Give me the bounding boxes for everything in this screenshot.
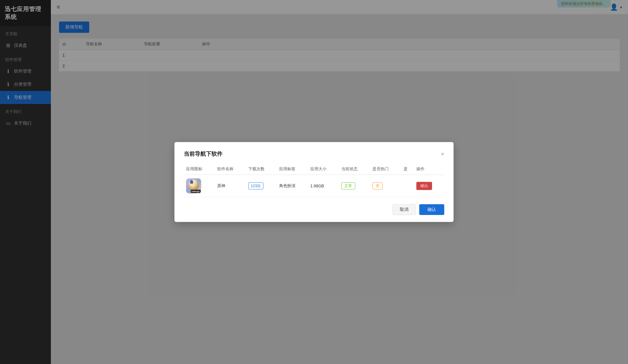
col-header-icon: 应用图标 bbox=[184, 164, 215, 175]
app-name-cell: 原神 bbox=[215, 175, 246, 197]
col-header-downloads: 下载次数 bbox=[246, 164, 277, 175]
app-icon-inner: nakogo bbox=[186, 178, 201, 193]
dialog-title: 当前导航下软件 bbox=[184, 150, 222, 158]
col-header-extra: 是 bbox=[401, 164, 414, 175]
col-header-size: 应用大小 bbox=[308, 164, 339, 175]
status-badge: 正常 bbox=[341, 182, 355, 189]
col-header-app-name: 软件名称 bbox=[215, 164, 246, 175]
dialog-header: 当前导航下软件 × bbox=[184, 150, 444, 158]
app-size: 1.98GB bbox=[310, 184, 324, 188]
extra-cell bbox=[401, 175, 414, 197]
size-cell: 1.98GB bbox=[308, 175, 339, 197]
dialog-table-header-row: 应用图标 软件名称 下载次数 应用标签 应用大小 当前状态 是否热门 是 操作 bbox=[184, 164, 444, 175]
app-name: 原神 bbox=[217, 183, 225, 188]
dialog-table-body: nakogo 原神 123次 角色扮演 bbox=[184, 175, 444, 197]
tags-cell: 角色扮演 bbox=[277, 175, 308, 197]
dialog-table-wrap: 应用图标 软件名称 下载次数 应用标签 应用大小 当前状态 是否热门 是 操作 bbox=[184, 164, 444, 197]
action-cell: 移出 bbox=[414, 175, 444, 197]
col-header-tags: 应用标签 bbox=[277, 164, 308, 175]
col-header-hot: 是否热门 bbox=[370, 164, 401, 175]
status-cell: 正常 bbox=[339, 175, 370, 197]
dialog-table: 应用图标 软件名称 下载次数 应用标签 应用大小 当前状态 是否热门 是 操作 bbox=[184, 164, 444, 197]
remove-button[interactable]: 移出 bbox=[416, 182, 432, 190]
col-header-op: 操作 bbox=[414, 164, 444, 175]
dialog-footer: 取消 确认 bbox=[184, 204, 444, 215]
hot-cell: 否 bbox=[370, 175, 401, 197]
app-tags: 角色扮演 bbox=[279, 183, 295, 188]
app-icon: nakogo bbox=[186, 178, 201, 193]
dialog-table-head: 应用图标 软件名称 下载次数 应用标签 应用大小 当前状态 是否热门 是 操作 bbox=[184, 164, 444, 175]
col-header-status: 当前状态 bbox=[339, 164, 370, 175]
dialog: 当前导航下软件 × 应用图标 软件名称 下载次数 应用标签 应用大小 当前状态 … bbox=[174, 142, 454, 222]
hot-badge: 否 bbox=[372, 182, 383, 189]
confirm-button[interactable]: 确认 bbox=[419, 204, 444, 215]
downloads-cell: 123次 bbox=[246, 175, 277, 197]
app-icon-cell: nakogo bbox=[184, 175, 215, 197]
modal-overlay: 当前导航下软件 × 应用图标 软件名称 下载次数 应用标签 应用大小 当前状态 … bbox=[0, 0, 628, 364]
downloads-badge: 123次 bbox=[248, 182, 264, 189]
dialog-close-button[interactable]: × bbox=[441, 151, 444, 157]
app-icon-badge: nakogo bbox=[191, 190, 201, 193]
cancel-button[interactable]: 取消 bbox=[392, 204, 416, 215]
table-row: nakogo 原神 123次 角色扮演 bbox=[184, 175, 444, 197]
